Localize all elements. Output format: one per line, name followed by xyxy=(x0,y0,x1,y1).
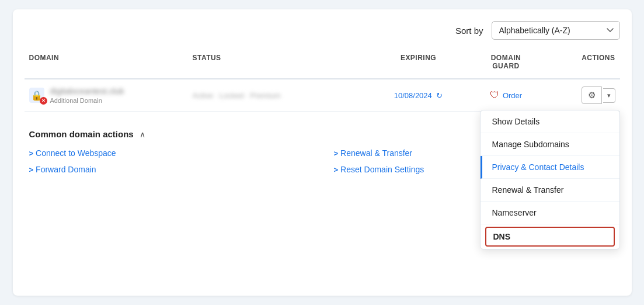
chevron-right-icon-2: > xyxy=(29,165,34,174)
chevron-right-icon-1: > xyxy=(29,149,34,158)
actions-cell: ⚙ ▾ xyxy=(550,86,620,104)
common-actions-title: Common domain actions xyxy=(29,129,134,139)
sort-label: Sort by xyxy=(455,26,483,36)
status-cell: Active · Locked · Premium xyxy=(188,90,375,100)
col-header-domain: DOMAIN xyxy=(25,50,188,74)
domain-name: digitaloceantest.club xyxy=(50,86,124,96)
domain-cell: 🔒 ✕ digitaloceantest.club Additional Dom… xyxy=(25,86,188,104)
chevron-up-icon[interactable]: ∧ xyxy=(140,130,145,139)
domain-type: Additional Domain xyxy=(50,97,124,104)
dropdown-dns[interactable]: DNS xyxy=(485,227,615,247)
col-header-guard: DOMAINGUARD xyxy=(462,50,550,74)
chevron-right-icon-3: > xyxy=(334,149,339,158)
action-connect-webspace[interactable]: > Connect to Webspace xyxy=(29,147,311,159)
table-row: 🔒 ✕ digitaloceantest.club Additional Dom… xyxy=(25,79,620,112)
dropdown-show-details[interactable]: Show Details xyxy=(481,110,619,133)
guard-cell: 🛡 Order xyxy=(462,90,550,100)
dropdown-privacy-contact[interactable]: Privacy & Contact Details xyxy=(481,156,619,179)
expiring-cell: 10/08/2024 ↻ xyxy=(375,90,462,100)
gear-button[interactable]: ⚙ xyxy=(582,86,602,104)
dropdown-manage-subdomains[interactable]: Manage Subdomains xyxy=(481,133,619,156)
action-forward-domain[interactable]: > Forward Domain xyxy=(29,164,311,175)
table-header: DOMAIN STATUS EXPIRING DOMAINGUARD ACTIO… xyxy=(25,50,620,79)
dropdown-nameserver[interactable]: Nameserver xyxy=(481,202,619,224)
sort-select[interactable]: Alphabetically (A-Z) Alphabetically (Z-A… xyxy=(492,21,620,40)
expiring-date: 10/08/2024 xyxy=(394,91,432,100)
refresh-icon[interactable]: ↻ xyxy=(436,91,443,100)
col-header-expiring: EXPIRING xyxy=(375,50,462,74)
guard-order-link[interactable]: Order xyxy=(503,91,522,100)
chevron-right-icon-4: > xyxy=(334,165,339,174)
gear-caret-button[interactable]: ▾ xyxy=(603,88,615,103)
col-header-status: STATUS xyxy=(188,50,375,74)
main-card: Sort by Alphabetically (A-Z) Alphabetica… xyxy=(13,9,632,296)
col-header-actions: ACTIONS xyxy=(550,50,620,74)
sort-row: Sort by Alphabetically (A-Z) Alphabetica… xyxy=(25,21,620,40)
lock-badge: ✕ xyxy=(40,97,47,105)
lock-icon-wrap: 🔒 ✕ xyxy=(29,88,44,103)
domain-name-block: digitaloceantest.club Additional Domain xyxy=(50,86,124,104)
dropdown-renewal-transfer[interactable]: Renewal & Transfer xyxy=(481,179,619,202)
dropdown-menu: Show Details Manage Subdomains Privacy &… xyxy=(480,110,620,249)
status-blurred: Active · Locked · Premium xyxy=(193,91,281,100)
shield-icon: 🛡 xyxy=(490,90,499,100)
